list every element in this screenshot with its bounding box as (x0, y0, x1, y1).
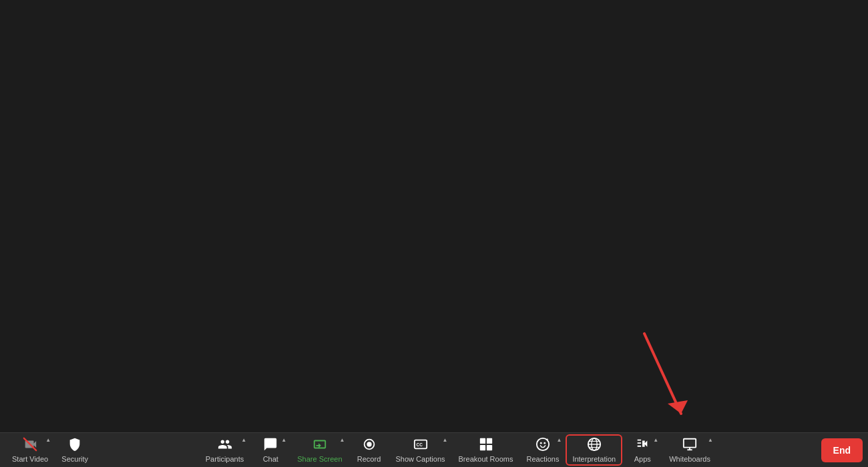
security-button[interactable]: Security (55, 434, 95, 466)
svg-point-4 (367, 442, 371, 446)
toolbar-center: ▲ Participants ▲ Chat ▲ (95, 434, 821, 466)
start-video-label: Start Video (12, 455, 48, 463)
svg-rect-8 (486, 438, 491, 444)
reactions-caret[interactable]: ▲ (556, 437, 562, 443)
record-label: Record (357, 455, 381, 463)
video-off-icon (23, 437, 37, 454)
reactions-button[interactable]: ▲ ✦ Reactions (519, 434, 566, 466)
chat-icon (263, 437, 278, 454)
whiteboards-label: Whiteboards (669, 455, 710, 463)
interpretation-label: Interpretation (572, 455, 616, 463)
svg-rect-7 (479, 438, 485, 444)
reactions-label: Reactions (526, 455, 559, 463)
participants-icon (218, 437, 232, 454)
chat-button[interactable]: ▲ Chat (250, 434, 290, 466)
apps-button[interactable]: ▲ Apps (622, 434, 662, 466)
apps-caret[interactable]: ▲ (653, 437, 658, 443)
captions-icon: CC (413, 437, 428, 454)
breakout-rooms-button[interactable]: Breakout Rooms (452, 434, 520, 466)
record-icon (362, 437, 377, 454)
toolbar-right: End (821, 438, 863, 462)
reactions-icon: ✦ (535, 437, 550, 454)
chat-label: Chat (263, 455, 278, 463)
share-screen-caret[interactable]: ▲ (340, 437, 345, 443)
arrow-annotation (631, 327, 698, 436)
svg-point-12 (540, 442, 542, 444)
svg-rect-9 (479, 445, 485, 450)
participants-button[interactable]: ▲ Participants (199, 434, 250, 466)
svg-marker-1 (668, 400, 688, 414)
share-screen-label: Share Screen (297, 455, 342, 463)
main-content (0, 0, 868, 432)
globe-icon (587, 437, 602, 454)
start-video-caret[interactable]: ▲ (45, 437, 51, 443)
record-button[interactable]: Record (349, 434, 389, 466)
svg-rect-10 (486, 445, 491, 450)
svg-text:CC: CC (416, 442, 423, 447)
toolbar: ▲ Start Video Security ▲ (0, 432, 868, 467)
captions-button[interactable]: ▲ CC Show Captions (389, 434, 452, 466)
svg-point-13 (544, 442, 546, 444)
toolbar-left: ▲ Start Video Security (5, 434, 95, 466)
interpretation-button[interactable]: Interpretation (566, 434, 622, 466)
whiteboards-button[interactable]: ▲ Whiteboards (662, 434, 717, 466)
shield-icon (67, 437, 82, 454)
svg-rect-20 (684, 439, 696, 448)
captions-label: Show Captions (396, 455, 445, 463)
svg-line-0 (644, 334, 681, 414)
participants-label: Participants (206, 455, 244, 463)
captions-caret[interactable]: ▲ (443, 437, 448, 443)
end-button[interactable]: End (821, 438, 863, 462)
participants-caret[interactable]: ▲ (241, 437, 246, 443)
chat-caret[interactable]: ▲ (281, 437, 286, 443)
breakout-rooms-label: Breakout Rooms (459, 455, 513, 463)
whiteboards-caret[interactable]: ▲ (708, 437, 713, 443)
share-screen-button[interactable]: ▲ Share Screen (290, 434, 349, 466)
svg-text:✦: ✦ (546, 438, 549, 442)
apps-icon (635, 437, 650, 454)
start-video-button[interactable]: ▲ Start Video (5, 434, 55, 466)
security-label: Security (61, 455, 88, 463)
breakout-rooms-icon (479, 437, 493, 454)
share-screen-icon (312, 437, 327, 454)
whiteboards-icon (682, 437, 697, 454)
apps-label: Apps (634, 455, 651, 463)
